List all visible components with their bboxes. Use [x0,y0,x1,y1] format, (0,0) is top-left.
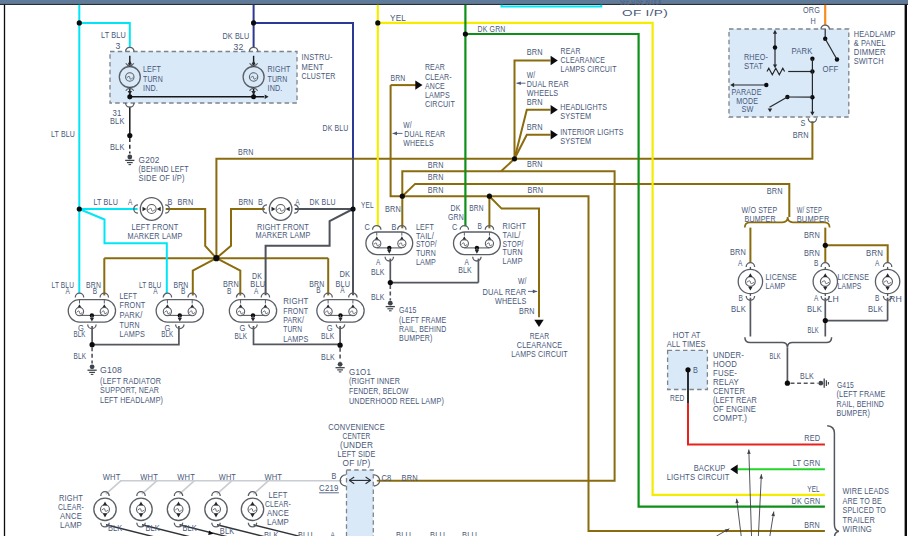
svg-text:WHT: WHT [177,472,195,482]
svg-text:A: A [814,293,819,303]
svg-text:A: A [875,258,880,268]
svg-text:LAMPS: LAMPS [120,329,146,339]
svg-text:3: 3 [116,41,121,51]
svg-text:YEL: YEL [390,13,406,23]
svg-text:C: C [365,222,371,232]
svg-text:SEE FUSE BLOCK: SEE FUSE BLOCK [620,0,662,7]
svg-text:LAMP: LAMP [60,520,82,530]
svg-text:STAT: STAT [744,61,763,71]
svg-text:WHEELS: WHEELS [403,138,434,148]
svg-text:BLK: BLK [371,267,385,277]
svg-text:LEFT HEADLAMP): LEFT HEADLAMP) [100,395,163,405]
svg-text:BLU: BLU [396,530,411,536]
svg-text:A: A [295,197,300,207]
svg-text:TURN: TURN [283,324,302,334]
svg-text:BRN: BRN [527,97,543,107]
svg-text:YEL: YEL [361,200,374,210]
svg-text:DK: DK [339,269,350,279]
svg-text:BUMPER): BUMPER) [399,333,432,343]
svg-text:BLK: BLK [770,351,781,361]
svg-text:BLK: BLK [264,530,279,536]
svg-text:ORG: ORG [803,5,820,15]
svg-text:WHT: WHT [103,472,121,482]
svg-text:B: B [392,222,397,232]
svg-text:BLK: BLK [807,325,819,335]
svg-text:G415: G415 [399,305,417,315]
svg-text:BLK: BLK [731,304,746,314]
svg-text:DK BLU: DK BLU [310,197,336,207]
svg-text:(LEFT RADIATOR: (LEFT RADIATOR [100,376,161,386]
svg-text:SUPPORT, NEAR: SUPPORT, NEAR [100,385,159,395]
svg-text:B: B [258,197,263,207]
svg-text:LT BLU: LT BLU [139,280,161,290]
svg-text:BLU: BLU [298,530,313,536]
svg-text:WIRE LEADS: WIRE LEADS [843,486,890,496]
svg-text:WHT: WHT [264,472,282,482]
svg-text:G108: G108 [100,365,122,375]
svg-text:SWITCH: SWITCH [854,56,884,66]
svg-text:LAMP: LAMP [503,256,523,266]
svg-text:TURN: TURN [120,320,140,330]
svg-text:S: S [801,118,806,128]
svg-text:BRN: BRN [519,306,535,316]
svg-text:LT BLU: LT BLU [93,197,118,207]
svg-text:BLK: BLK [108,523,123,533]
svg-text:UNDERHOOD REEL LAMP): UNDERHOOD REEL LAMP) [349,396,444,406]
svg-text:BLK: BLK [235,331,248,341]
svg-text:BRN: BRN [238,197,253,207]
svg-text:C8: C8 [381,473,391,483]
svg-text:H: H [811,16,816,26]
svg-text:BRN: BRN [402,473,418,483]
svg-text:RH: RH [889,294,902,304]
svg-text:B: B [168,197,173,207]
svg-text:B: B [739,293,744,303]
svg-text:BRN: BRN [804,230,820,240]
svg-text:B: B [693,365,698,375]
svg-text:BRN: BRN [527,185,543,195]
svg-text:BRN: BRN [428,160,444,170]
svg-text:BUMPER: BUMPER [797,214,830,224]
svg-text:LAMP: LAMP [267,517,289,527]
svg-text:CIRCUIT: CIRCUIT [425,99,455,109]
svg-text:B: B [478,221,483,231]
svg-text:A: A [128,197,133,207]
svg-text:ANCE: ANCE [425,81,445,91]
svg-text:WHT: WHT [140,472,158,482]
svg-text:A: A [331,530,336,536]
svg-text:FRONT: FRONT [283,306,308,316]
svg-text:OF I/P): OF I/P) [622,8,668,18]
svg-text:BRN: BRN [804,248,820,258]
svg-text:RED: RED [670,393,685,403]
svg-text:CLUSTER: CLUSTER [302,71,336,81]
svg-text:BRN: BRN [527,122,543,132]
svg-text:RAIL, BEHIND: RAIL, BEHIND [837,399,885,409]
svg-text:A: A [738,258,743,268]
svg-text:BRN: BRN [178,197,194,207]
svg-text:BLK: BLK [371,292,385,302]
svg-text:SYSTEM: SYSTEM [560,136,591,146]
svg-text:LT BLU: LT BLU [101,30,126,40]
svg-text:BRN: BRN [390,73,405,83]
svg-text:BLU: BLU [430,530,445,536]
svg-text:FRONT: FRONT [120,300,146,310]
svg-text:BLK: BLK [807,304,822,314]
svg-text:LT BLU: LT BLU [51,129,75,139]
svg-text:BLK: BLK [458,265,472,275]
svg-text:WIRING: WIRING [843,524,873,534]
svg-text:DK BLU: DK BLU [323,123,349,133]
svg-text:B: B [181,286,186,296]
svg-text:PARK: PARK [792,46,813,56]
svg-text:BLK: BLK [321,331,335,341]
svg-text:A: A [254,286,259,296]
svg-text:BRN: BRN [866,248,883,258]
svg-text:B: B [332,471,337,481]
svg-text:LAMPS: LAMPS [283,334,308,344]
svg-text:C: C [452,222,458,232]
svg-text:BLK: BLK [220,526,235,536]
svg-text:DK GRN: DK GRN [478,24,506,34]
svg-text:B: B [316,285,321,295]
svg-text:BRN: BRN [469,203,483,213]
svg-text:BLK: BLK [74,351,87,361]
svg-text:(LEFT FRAME: (LEFT FRAME [837,389,886,399]
svg-text:DK GRN: DK GRN [792,496,821,506]
